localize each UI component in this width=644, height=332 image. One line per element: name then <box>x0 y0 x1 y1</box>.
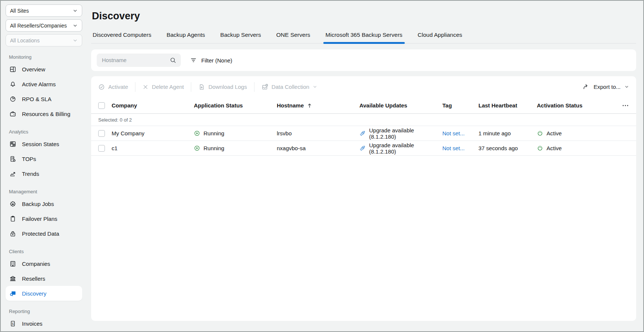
sidebar-item-failover-plans[interactable]: Failover Plans <box>6 211 82 226</box>
sidebar-item-resellers[interactable]: Resellers <box>6 271 82 286</box>
sidebar-item-label: RPO & SLA <box>22 96 51 102</box>
sidebar-item-companies[interactable]: Companies <box>6 256 82 271</box>
application-status-cell: Running <box>194 145 277 151</box>
sidebar-item-label: Failover Plans <box>22 216 57 222</box>
reseller-company-selector[interactable]: All Resellers/Companies <box>6 19 82 32</box>
sidebar-item-label: Invoices <box>22 320 42 327</box>
tab-backup-servers[interactable]: Backup Servers <box>220 32 262 43</box>
sidebar-item-overview[interactable]: Overview <box>6 62 82 77</box>
building-plus-icon <box>9 155 16 162</box>
sidebar-item-label: Resellers <box>22 275 45 282</box>
power-icon <box>537 145 543 151</box>
toolbar-divider <box>254 82 254 92</box>
sidebar-item-label: Resources & Billing <box>22 111 70 117</box>
tab-microsoft-365-backup-servers[interactable]: Microsoft 365 Backup Servers <box>325 32 403 43</box>
column-header-tag[interactable]: Tag <box>442 102 478 109</box>
column-header-available-updates[interactable]: Available Updates <box>359 102 442 109</box>
sidebar-item-discovery[interactable]: Discovery <box>6 286 82 301</box>
servers-table-card: Activate Delete Agent Download Logs <box>91 76 636 321</box>
column-header-hostname[interactable]: Hostname <box>277 102 359 109</box>
search-input[interactable] <box>101 57 167 64</box>
upgrade-rocket-icon <box>359 130 366 136</box>
sidebar-item-invoices[interactable]: $ Invoices <box>6 316 82 331</box>
building-icon <box>9 260 16 267</box>
row-checkbox[interactable] <box>98 145 105 152</box>
sidebar-item-label: TOPs <box>22 156 36 162</box>
activate-button[interactable]: Activate <box>98 84 128 90</box>
data-collection-label: Data Collection <box>272 84 310 90</box>
clipboard-icon <box>9 215 16 222</box>
export-arrow-icon <box>583 83 590 90</box>
selection-summary: Selected: 0 of 2 <box>91 114 636 126</box>
section-label-reporting: Reporting <box>9 309 82 314</box>
section-label-monitoring: Monitoring <box>9 54 82 60</box>
reseller-company-selector-value: All Resellers/Companies <box>10 23 67 29</box>
tab-cloud-appliances[interactable]: Cloud Appliances <box>417 32 463 43</box>
filter-button[interactable]: Filter (None) <box>190 57 232 64</box>
power-icon <box>537 130 543 136</box>
svg-text:$: $ <box>12 322 13 325</box>
sidebar-item-label: Overview <box>22 66 45 72</box>
tag-link[interactable]: Not set... <box>442 145 478 151</box>
grid-icon <box>9 140 16 148</box>
search-input-wrap <box>97 54 181 67</box>
x-icon <box>142 84 148 90</box>
site-selector[interactable]: All Sites <box>6 4 82 17</box>
export-label: Export to... <box>593 84 621 90</box>
column-header-last-heartbeat[interactable]: Last Heartbeat <box>478 102 537 109</box>
chevron-down-icon <box>73 8 78 13</box>
table-header-row: Company Application Status Hostname Avai… <box>91 97 636 114</box>
sidebar-item-active-alarms[interactable]: Active Alarms <box>6 77 82 91</box>
bell-icon <box>9 80 16 88</box>
pie-chart-icon <box>9 95 16 103</box>
filter-lines-icon <box>190 57 197 64</box>
search-filter-bar: Filter (None) <box>91 49 636 71</box>
download-document-icon <box>198 84 205 90</box>
last-heartbeat-cell: 37 seconds ago <box>478 145 537 151</box>
table-row[interactable]: c1 Running nxagvbo-sa Upgrade available … <box>91 141 636 156</box>
download-logs-button[interactable]: Download Logs <box>198 84 247 90</box>
tab-one-servers[interactable]: ONE Servers <box>276 32 311 43</box>
sidebar: All Sites All Resellers/Companies All Lo… <box>1 1 87 331</box>
tab-discovered-computers[interactable]: Discovered Computers <box>92 32 152 43</box>
chevron-down-icon <box>73 23 78 28</box>
delete-agent-button[interactable]: Delete Agent <box>142 84 184 90</box>
export-button[interactable]: Export to... <box>583 83 629 90</box>
upgrade-rocket-icon <box>359 145 366 151</box>
column-header-application-status[interactable]: Application Status <box>194 102 277 109</box>
location-selector-value: All Locations <box>10 38 39 43</box>
sidebar-item-tops[interactable]: TOPs <box>6 151 82 166</box>
select-all-checkbox[interactable] <box>98 102 105 109</box>
search-icon[interactable] <box>170 57 176 64</box>
sidebar-item-session-states[interactable]: Session States <box>6 136 82 151</box>
tab-bar: Discovered Computers Backup Agents Backu… <box>91 32 636 43</box>
monitor-search-icon <box>9 290 16 297</box>
sort-ascending-icon <box>307 103 312 108</box>
chevron-down-icon <box>624 84 629 89</box>
invoice-icon: $ <box>9 320 16 327</box>
available-updates-cell: Upgrade available (8.1.2.180) <box>359 142 442 155</box>
sidebar-item-resources-billing[interactable]: Resources & Billing <box>6 106 82 121</box>
company-cell: c1 <box>112 145 194 151</box>
sidebar-item-trends[interactable]: Trends <box>6 166 82 181</box>
column-header-activation-status[interactable]: Activation Status <box>537 102 600 109</box>
column-header-company[interactable]: Company <box>112 102 194 109</box>
table-toolbar: Activate Delete Agent Download Logs <box>91 76 636 97</box>
chevron-down-icon <box>73 38 78 43</box>
sidebar-item-label: Backup Jobs <box>22 201 54 207</box>
section-label-clients: Clients <box>9 249 82 254</box>
sidebar-item-rpo-sla[interactable]: RPO & SLA <box>6 91 82 106</box>
row-checkbox[interactable] <box>98 130 105 137</box>
tag-link[interactable]: Not set... <box>442 130 478 136</box>
tab-backup-agents[interactable]: Backup Agents <box>166 32 206 43</box>
sidebar-item-backup-jobs[interactable]: Backup Jobs <box>6 196 82 211</box>
hostname-cell: nxagvbo-sa <box>277 145 359 151</box>
running-play-icon <box>194 130 200 136</box>
sidebar-item-protected-data[interactable]: Protected Data <box>6 226 82 241</box>
gear-icon <box>9 200 16 207</box>
data-collection-button[interactable]: Data Collection <box>262 84 318 90</box>
last-heartbeat-cell: 1 minute ago <box>478 130 537 136</box>
column-settings-icon[interactable] <box>622 102 629 109</box>
trend-line-icon <box>9 170 16 177</box>
table-row[interactable]: My Company Running lrsvbo Upgrade availa… <box>91 126 636 141</box>
